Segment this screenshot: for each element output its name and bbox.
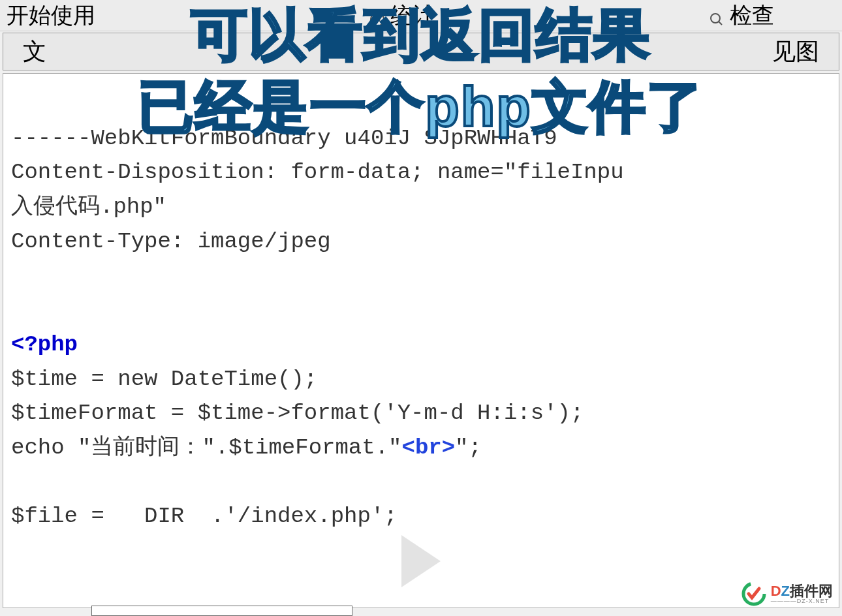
code-br-tag: <br> <box>401 435 455 460</box>
http-response-viewer[interactable]: ------WebKitFormBoundary u40iJ SJpRWHHaT… <box>3 73 839 608</box>
caption-line-2: 已经是一个php文件了 <box>0 77 842 136</box>
content-type-line: Content-Type: image/jpeg <box>11 229 331 254</box>
watermark-logo-icon <box>741 581 767 607</box>
code-line-file: $file = DIR .'/index.php'; <box>11 504 398 529</box>
code-line-echo-suffix: "; <box>455 435 482 460</box>
php-open-tag: <?php <box>11 332 78 357</box>
watermark: DZ插件网 ————DZ-X.NET <box>741 581 833 607</box>
content-disposition-line: Content-Disposition: form-data; name="fi… <box>11 160 624 185</box>
filename-line: 入侵代码.php" <box>11 194 166 219</box>
code-line-time: $time = new DateTime(); <box>11 367 317 392</box>
bottom-input-bar[interactable] <box>91 606 352 616</box>
watermark-domain: ————DZ-X.NET <box>771 598 833 604</box>
caption-line-1: 可以看到返回结果 <box>0 5 842 64</box>
code-line-format: $timeFormat = $time->format('Y-m-d H:i:s… <box>11 401 584 425</box>
code-line-echo-prefix: echo "当前时间：".$timeFormat." <box>11 435 401 460</box>
watermark-brand: DZ插件网 <box>771 584 833 598</box>
play-icon[interactable] <box>401 535 441 587</box>
